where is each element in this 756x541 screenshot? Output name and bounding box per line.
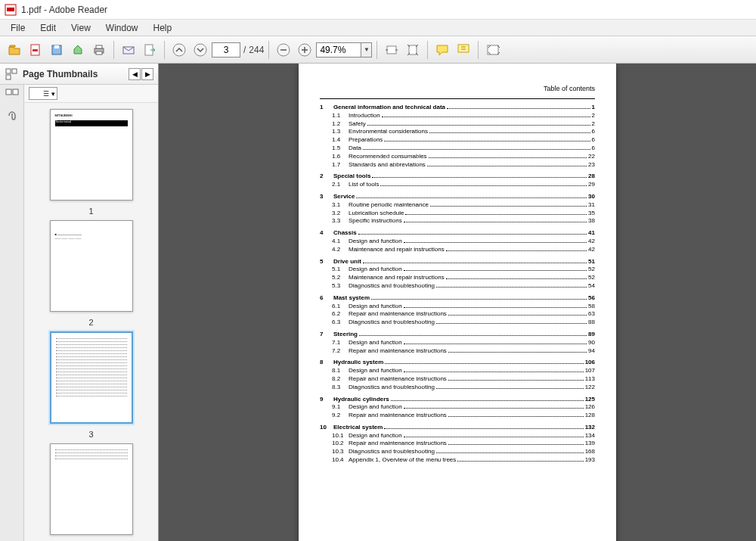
toc-item-num: 1.2: [332, 120, 349, 129]
toc-item-title: Maintenance and repair instructions: [349, 274, 445, 282]
pdf-app-icon: [5, 4, 17, 16]
toc-item-page: 6: [592, 136, 595, 145]
toc-section-page: 89: [588, 331, 595, 339]
attachments-tab-icon[interactable]: [5, 107, 20, 123]
toc-item-num: 10.4: [332, 456, 349, 465]
thumbnails-list[interactable]: MITSUBISHI Service manual 1 ■ ——————————…: [24, 103, 158, 541]
toc-item-num: 2.1: [332, 181, 349, 189]
toc-item-title: Safety: [349, 120, 366, 129]
thumbnails-tab-icon[interactable]: [5, 88, 20, 103]
svg-point-11: [173, 44, 185, 56]
page-separator: /: [243, 45, 246, 55]
tool-fit-page[interactable]: [403, 40, 423, 60]
toc-section-page: 51: [588, 258, 595, 266]
toc-item-page: 63: [588, 310, 595, 319]
tool-open-file[interactable]: [5, 40, 24, 60]
thumb1-label: Service manual: [55, 120, 128, 126]
toc-item-page: 54: [588, 282, 595, 291]
thumbnail-page-3[interactable]: [50, 331, 133, 423]
page-down-button[interactable]: [191, 40, 210, 60]
toc-item-page: 23: [588, 161, 595, 169]
tool-share[interactable]: [68, 40, 88, 60]
svg-rect-7: [96, 45, 102, 48]
toc-section-page: 28: [588, 173, 595, 181]
toc-section-title: Special tools: [333, 173, 370, 181]
thumbnails-prev-button[interactable]: ◀: [129, 68, 141, 80]
svg-rect-8: [96, 51, 102, 54]
toc-item-title: Data: [349, 145, 361, 153]
thumbnails-next-button[interactable]: ▶: [141, 68, 153, 80]
menu-help[interactable]: Help: [146, 21, 180, 35]
toc-item-num: 10.2: [332, 440, 349, 448]
menu-file[interactable]: File: [3, 21, 33, 35]
tool-create-pdf[interactable]: [26, 40, 45, 60]
toc-item-page: 90: [588, 339, 595, 347]
toc-item-num: 3.2: [332, 210, 349, 218]
toc-item-page: 52: [588, 274, 595, 282]
toc-section-title: General information and technical data: [333, 104, 445, 112]
toc-item-num: 10.1: [332, 432, 349, 440]
toc-item-num: 1.5: [332, 145, 349, 153]
toc-item-page: 42: [588, 238, 595, 246]
thumbnails-options-dropdown[interactable]: ☰ ▾: [29, 87, 57, 100]
toc-item-num: 10.3: [332, 448, 349, 456]
toc-item-page: 2: [592, 112, 595, 120]
menu-window[interactable]: Window: [98, 21, 146, 35]
toc-item-page: 52: [588, 266, 595, 274]
toc-item-num: 1.3: [332, 128, 349, 136]
toc-section-num: 4: [320, 229, 333, 238]
pdf-page: Table of contents 1General information a…: [299, 64, 616, 541]
toc-section-page: 56: [588, 294, 595, 303]
thumbnail-page-4[interactable]: [50, 443, 133, 535]
thumbnail-page-1[interactable]: MITSUBISHI Service manual: [50, 109, 133, 201]
thumbnail-number: 1: [88, 207, 93, 216]
svg-rect-26: [13, 89, 18, 95]
toc-item-title: Design and function: [349, 367, 402, 375]
toc-item-title: Repair and maintenance instructions: [349, 440, 447, 448]
toc-section-page: 30: [588, 193, 595, 201]
zoom-dropdown[interactable]: ▼: [361, 42, 372, 58]
toc-item-title: Design and function: [349, 339, 402, 347]
toc-item-num: 6.1: [332, 303, 349, 311]
toc-item-num: 3.1: [332, 201, 349, 210]
toc-section-title: Hydraulic cylinders: [333, 396, 389, 404]
zoom-out-button[interactable]: [274, 40, 293, 60]
zoom-in-button[interactable]: [295, 40, 314, 60]
tool-print[interactable]: [89, 40, 109, 60]
svg-rect-1: [7, 8, 14, 11]
tool-read-mode[interactable]: [483, 40, 503, 60]
current-page-input[interactable]: [212, 42, 240, 58]
toc-item-title: Recommended consumables: [349, 153, 427, 161]
thumbnails-panel: Page Thumbnails ◀ ▶ ☰ ▾ MITSUBISHI Servi…: [0, 64, 159, 541]
navigation-strip: [0, 85, 24, 541]
toc-item-title: List of tools: [349, 181, 379, 189]
document-area[interactable]: Table of contents 1General information a…: [159, 64, 756, 541]
total-pages: 244: [249, 45, 264, 55]
toc-section-num: 3: [320, 193, 333, 201]
page-up-button[interactable]: [169, 40, 189, 60]
toc-item-page: 94: [588, 347, 595, 356]
toc-item-num: 1.6: [332, 153, 349, 161]
toc-item-page: 193: [585, 456, 595, 465]
toc-item-page: 6: [592, 145, 595, 153]
tool-email[interactable]: [119, 40, 138, 60]
toc-item-num: 1.1: [332, 112, 349, 120]
zoom-input[interactable]: [316, 42, 361, 58]
toc-item-num: 9.2: [332, 412, 349, 420]
toolbar-separator: [164, 41, 165, 59]
tool-save[interactable]: [47, 40, 67, 60]
toc-item-page: 107: [585, 367, 595, 375]
toc-item-num: 6.2: [332, 310, 349, 319]
tool-comment[interactable]: [432, 40, 452, 60]
svg-rect-22: [6, 69, 11, 73]
menu-edit[interactable]: Edit: [33, 21, 64, 35]
menu-view[interactable]: View: [64, 21, 98, 35]
toolbar-separator: [268, 41, 269, 59]
tool-highlight[interactable]: [454, 40, 473, 60]
toc-item-title: Diagnostics and troubleshooting: [349, 448, 435, 456]
tool-fit-width[interactable]: [382, 40, 401, 60]
thumbnail-page-2[interactable]: ■ —————————— —— —— ——: [50, 220, 133, 312]
title-bar: 1.pdf - Adobe Reader: [0, 0, 756, 20]
toc-item-title: Lubrication schedule: [349, 210, 404, 218]
tool-export[interactable]: [140, 40, 160, 60]
